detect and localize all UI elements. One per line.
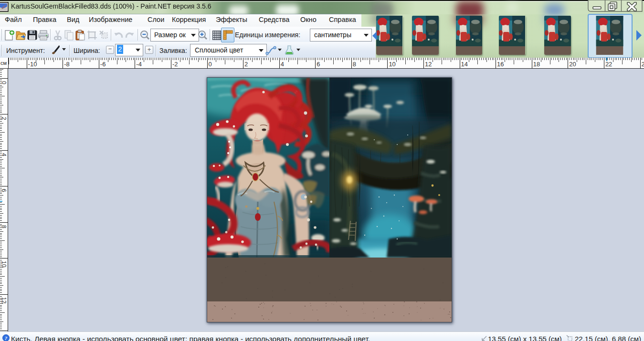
svg-text:0: 0 — [0, 81, 7, 84]
svg-text:2: 2 — [0, 117, 7, 120]
svg-text:4: 4 — [0, 153, 7, 156]
svg-text:?: ? — [5, 335, 8, 341]
svg-text:12: 12 — [0, 297, 7, 304]
svg-text:10: 10 — [0, 261, 7, 268]
svg-text:6: 6 — [0, 189, 7, 192]
svg-text:8: 8 — [0, 225, 7, 228]
